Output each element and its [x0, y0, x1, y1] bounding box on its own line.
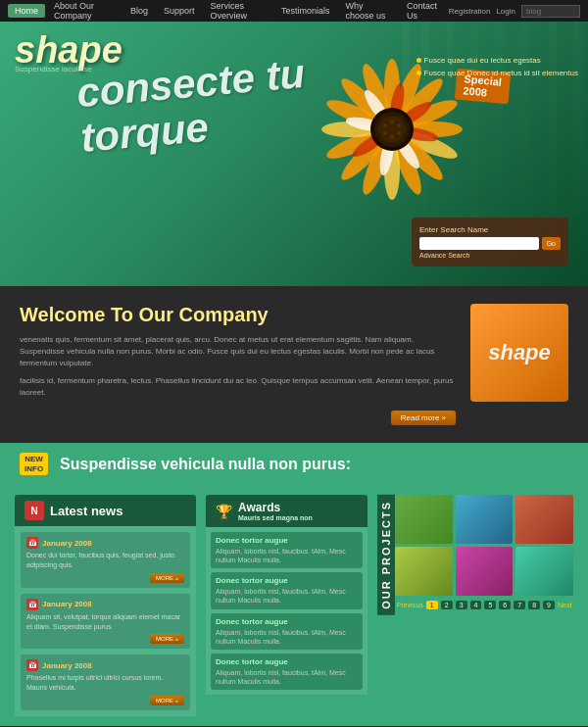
nav-login-link[interactable]: Login — [496, 7, 515, 16]
advance-search-link[interactable]: Advance Search — [419, 252, 561, 259]
award-title-2: Donec tortor augue — [216, 576, 358, 585]
nav-blog[interactable]: Blog — [123, 4, 155, 18]
page-1[interactable]: 1 — [426, 601, 438, 609]
page-3[interactable]: 3 — [456, 601, 467, 609]
news-date-3: 📅 January 2008 — [26, 659, 184, 671]
project-thumb-6[interactable] — [515, 547, 573, 596]
projects-content: Previous 1 2 3 4 5 6 7 8 9 Next — [395, 495, 573, 615]
news-more-1[interactable]: MORE » — [150, 573, 184, 583]
welcome-img-logo: shape — [488, 340, 551, 365]
date-icon-1: 📅 — [26, 537, 38, 549]
logo-text: shape — [15, 31, 122, 69]
svg-point-32 — [383, 123, 387, 127]
award-desc-2: Aliquam, lobortis nisl, faucibus. tAlm, … — [216, 587, 358, 605]
awards-subtitle: Mauris sed magna non — [238, 514, 313, 521]
svg-point-27 — [390, 120, 394, 123]
news-list: 📅 January 2008 Donec dui tortor, faucibu… — [15, 526, 196, 716]
news-more-3[interactable]: MORE » — [150, 696, 184, 705]
award-list: Donec tortor augue Aliquam, lobortis nis… — [206, 527, 368, 695]
award-title-4: Donec tortor augue — [216, 657, 358, 666]
date-icon-3: 📅 — [26, 659, 38, 671]
award-title-1: Donec tortor augue — [216, 536, 358, 545]
project-thumb-3[interactable] — [515, 495, 573, 544]
news-icon: N — [24, 501, 44, 520]
news-date-1: 📅 January 2008 — [26, 537, 184, 549]
projects-label: OUR PROJECTS — [377, 495, 395, 615]
projects-prev[interactable]: Previous — [397, 602, 423, 608]
page-5[interactable]: 5 — [484, 601, 496, 609]
award-desc-3: Aliquam, lobortis nisl, faucibus. tAlm, … — [216, 628, 358, 646]
search-go-button[interactable]: Go — [542, 237, 561, 250]
welcome-title: Welcome To Our Company — [20, 304, 456, 326]
welcome-image: shape — [470, 304, 568, 402]
nav-contact[interactable]: Contact Us — [400, 0, 447, 23]
page-8[interactable]: 8 — [528, 601, 540, 609]
page-6[interactable]: 6 — [499, 601, 511, 609]
project-thumb-4[interactable] — [395, 547, 453, 596]
welcome-section: Welcome To Our Company venenatis quis, f… — [0, 286, 588, 443]
new-badge: NEW INFO — [20, 453, 48, 475]
award-item-1: Donec tortor augue Aliquam, lobortis nis… — [211, 532, 363, 568]
project-navigation: Previous 1 2 3 4 5 6 7 8 9 Next — [395, 601, 573, 609]
highlight-text: Suspendisse vehicula nulla non purus: — [60, 456, 351, 473]
page-2[interactable]: 2 — [441, 601, 453, 609]
nav-registration-link[interactable]: Registration — [449, 7, 491, 16]
projects-grid — [395, 495, 573, 596]
award-desc-1: Aliquam, lobortis nisl, faucibus. tAlm, … — [216, 547, 358, 564]
nav-search-input[interactable] — [521, 5, 580, 18]
news-more-2[interactable]: MORE » — [150, 634, 184, 644]
awards-header: 🏆 Awards Mauris sed magna non — [206, 495, 368, 527]
news-date-2: 📅 January 2008 — [26, 599, 184, 610]
award-desc-4: Aliquam, lobortis nisl, faucibus. tAlm, … — [216, 668, 358, 686]
date-icon-2: 📅 — [26, 599, 38, 610]
main-content-area: N Latest news 📅 January 2008 Donec dui t… — [0, 485, 588, 726]
page-4[interactable]: 4 — [470, 601, 482, 609]
latest-news-title: Latest news — [50, 504, 122, 518]
news-item-1: 📅 January 2008 Donec dui tortor, faucibu… — [21, 532, 190, 588]
hero-tagline: consecte tu torque — [74, 51, 311, 161]
nav-about[interactable]: About Our Company — [47, 0, 122, 23]
news-item-2: 📅 January 2008 Aliquam sit, volutpat, to… — [21, 594, 190, 650]
news-item-3: 📅 January 2008 Phasellus mi turpis ultri… — [21, 654, 190, 710]
awards-title: Awards — [238, 501, 313, 514]
award-title-3: Donec tortor augue — [216, 617, 358, 626]
hero-bullet-1: Fusce quae dui eu lectus egestas — [416, 56, 578, 65]
latest-news-section: N Latest news 📅 January 2008 Donec dui t… — [15, 495, 196, 716]
page-7[interactable]: 7 — [514, 601, 525, 609]
svg-point-29 — [397, 131, 401, 135]
project-thumb-2[interactable] — [456, 495, 514, 544]
news-excerpt-1: Donec dui tortor, faucibus quis, feugiat… — [26, 551, 184, 570]
nav-support[interactable]: Support — [157, 4, 202, 18]
project-thumb-1[interactable] — [395, 495, 453, 544]
project-thumb-5[interactable] — [456, 547, 514, 596]
award-item-3: Donec tortor augue Aliquam, lobortis nis… — [211, 613, 363, 650]
read-more-button[interactable]: Read more » — [391, 411, 456, 425]
hero-bullets: Fusce quae dui eu lectus egestas Fusce q… — [416, 56, 578, 77]
nav-home[interactable]: Home — [8, 4, 45, 18]
nav-services[interactable]: Services Overview — [204, 0, 272, 23]
nav-why[interactable]: Why choose us — [339, 0, 399, 23]
welcome-body-2: facilisis id, fermentum pharetra, lectus… — [20, 375, 456, 399]
news-excerpt-2: Aliquam sit, volutpat, torque aliquam el… — [26, 612, 184, 632]
svg-point-30 — [390, 135, 394, 139]
svg-point-31 — [383, 131, 387, 135]
awards-section: 🏆 Awards Mauris sed magna non Donec tort… — [206, 495, 368, 716]
svg-point-28 — [397, 123, 401, 127]
hero-bullet-2: Fusce quae Donec id metus id sit element… — [416, 69, 578, 77]
projects-next[interactable]: Next — [558, 602, 571, 608]
news-excerpt-3: Phasellus mi turpis ultrici ultrici curs… — [26, 673, 184, 693]
trophy-icon: 🏆 — [216, 504, 232, 519]
search-field[interactable] — [419, 237, 539, 250]
projects-grid-wrapper: OUR PROJECTS Previous 1 2 3 4 5 — [377, 495, 573, 615]
nav-testimonials[interactable]: Testimonials — [274, 4, 337, 18]
award-item-2: Donec tortor augue Aliquam, lobortis nis… — [211, 572, 363, 608]
award-item-4: Donec tortor augue Aliquam, lobortis nis… — [211, 654, 363, 690]
hero-section: shape Suspendisse iaculisse consecte tu … — [0, 22, 588, 286]
welcome-text-area: Welcome To Our Company venenatis quis, f… — [20, 304, 456, 425]
highlight-bar: NEW INFO Suspendisse vehicula nulla non … — [0, 443, 588, 485]
top-navigation: Home About Our Company Blog Support Serv… — [0, 0, 588, 22]
search-input-row: Go — [419, 237, 561, 250]
page-9[interactable]: 9 — [543, 601, 555, 609]
nav-right-area: Registration Login — [449, 5, 580, 18]
projects-section: OUR PROJECTS Previous 1 2 3 4 5 — [377, 495, 573, 716]
